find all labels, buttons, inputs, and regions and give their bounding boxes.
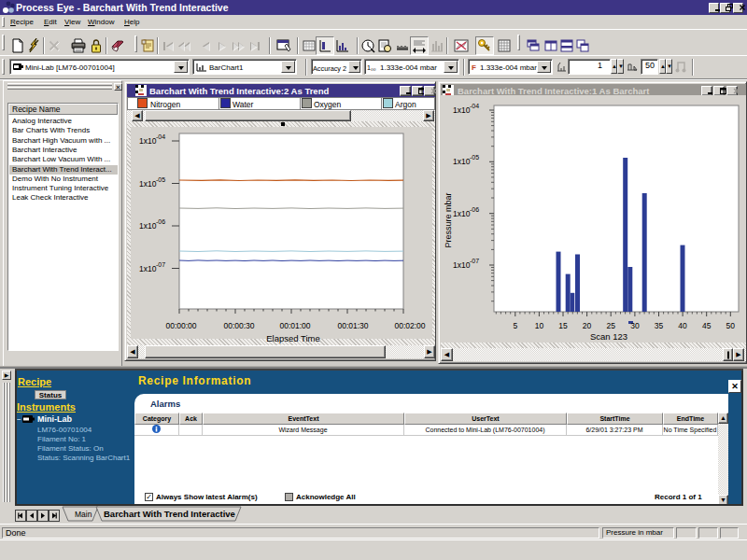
svg-text:Main: Main	[75, 510, 92, 519]
svg-text:1x10: 1x10	[139, 264, 157, 273]
svg-text:-04: -04	[156, 133, 165, 140]
svg-text:30: 30	[630, 321, 640, 330]
svg-text:1x10: 1x10	[453, 157, 471, 166]
svg-text:-05: -05	[470, 154, 479, 161]
svg-text:00:01:00: 00:01:00	[279, 321, 310, 330]
svg-text:10: 10	[535, 321, 544, 330]
svg-text:40: 40	[678, 321, 687, 330]
svg-text:5: 5	[513, 321, 517, 330]
svg-text:Scan 123: Scan 123	[590, 331, 627, 342]
svg-text:20: 20	[583, 321, 592, 330]
svg-text:00:01:30: 00:01:30	[337, 321, 368, 330]
svg-text:-06: -06	[156, 218, 165, 225]
svg-text:50: 50	[726, 321, 736, 330]
svg-text:1x10: 1x10	[453, 209, 471, 218]
svg-text:-07: -07	[156, 261, 165, 268]
svg-text:35: 35	[655, 321, 664, 330]
svg-text:00:00:30: 00:00:30	[223, 321, 254, 330]
svg-text:00:02:00: 00:02:00	[394, 321, 425, 330]
svg-text:Pressure mbar: Pressure mbar	[444, 192, 453, 247]
svg-text:Elapsed Time: Elapsed Time	[266, 333, 320, 343]
svg-text:25: 25	[606, 321, 615, 330]
svg-text:-06: -06	[470, 206, 479, 213]
svg-text:-04: -04	[470, 103, 479, 109]
svg-text:-05: -05	[156, 176, 165, 183]
svg-text:-07: -07	[470, 258, 479, 264]
svg-text:1x10: 1x10	[139, 221, 157, 231]
svg-text:00:00:00: 00:00:00	[165, 321, 196, 330]
svg-text:15: 15	[558, 321, 568, 330]
svg-text:1x10: 1x10	[139, 179, 157, 189]
svg-text:45: 45	[702, 321, 712, 330]
svg-text:1x10: 1x10	[453, 105, 471, 115]
svg-text:Barchart With Trend Interactiv: Barchart With Trend Interactive	[104, 509, 235, 519]
svg-text:1x10: 1x10	[139, 136, 157, 146]
svg-text:1x10: 1x10	[453, 260, 471, 270]
